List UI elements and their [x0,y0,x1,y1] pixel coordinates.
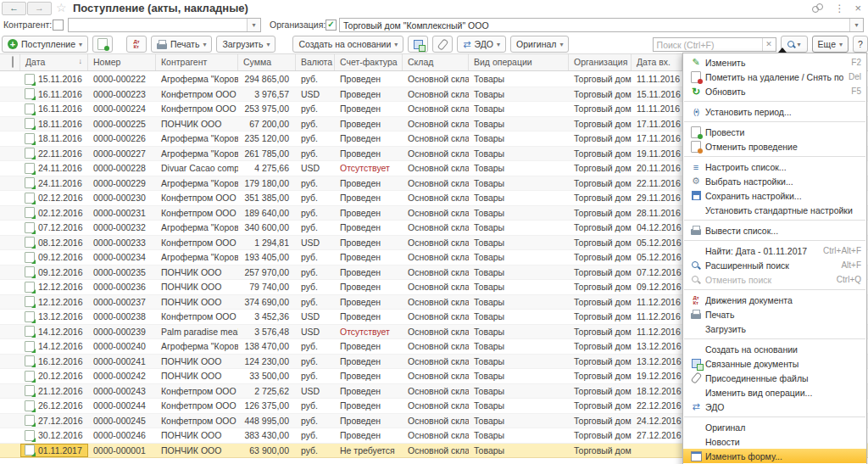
warehouse-column-header[interactable]: Склад [403,54,469,70]
menu-item-original[interactable]: Оригинал [683,420,866,434]
doc-orange-icon [691,141,701,153]
menu-item-set-period[interactable]: (•) Установить период... [683,104,866,119]
paperclip-icon [437,38,448,50]
menu-item-default-settings[interactable]: Установить стандартные настройки [683,203,866,217]
back-icon: ← [9,3,19,13]
contractor-input[interactable]: ▾ [68,18,261,32]
chevron-down-icon: ▾ [497,41,500,48]
print-button[interactable]: Печать ▾ [151,36,212,53]
document-icon [25,222,35,233]
close-icon[interactable]: × [854,2,861,14]
menu-item-cancel-search[interactable]: Отменить поиск Ctrl+Q [683,272,866,287]
document-movements-button[interactable]: Дт Кт [126,36,147,53]
contractor-column-header[interactable]: Контрагент [156,54,238,70]
menu-item-post[interactable]: Провести [683,125,866,139]
menu-separator [684,240,865,241]
create-based-on-button[interactable]: Создать на основании ▾ [292,36,403,53]
menu-item-news[interactable]: Новости [683,434,866,449]
linked-icon [692,359,701,368]
chevron-down-icon: ▾ [559,41,563,48]
link-icon[interactable] [812,3,824,14]
menu-item-linked-docs[interactable]: Связанные документы [683,356,866,371]
sort-desc-icon: ↓ [79,57,83,65]
date-in-column-header[interactable]: Дата вх. [632,54,682,70]
menu-separator [684,156,865,157]
document-icon [25,311,35,322]
menu-item-unpost[interactable]: Отменить проведение [683,139,866,154]
document-icon [25,400,35,411]
contractor-dropdown-icon[interactable]: ▾ [247,19,260,31]
menu-item-create-based-on[interactable]: Создать на основании [683,342,866,356]
menu-item-mark-delete[interactable]: Пометить на удаление / Снять пометку Del [683,70,866,84]
dtkt-icon: Дт Кт [693,295,698,305]
number-column-header[interactable]: Номер [88,54,156,70]
plus-icon: + [8,39,18,49]
invoice-column-header[interactable]: Счет-фактура [335,54,403,70]
more-button[interactable]: Еще ▾ [812,36,849,53]
menu-item-change-operation[interactable]: Изменить вид операции... [683,385,866,400]
back-button[interactable]: ← [2,2,26,15]
load-button[interactable]: Загрузить ▾ [216,36,275,53]
menu-item-choose-settings[interactable]: ⚙ Выбрать настройки... [683,174,866,188]
edo-icon: ⇄ [692,402,699,411]
create-receipt-button[interactable]: + Поступление ▾ [2,36,88,53]
menu-anchor-icon [778,48,787,53]
copy-document-button[interactable] [92,36,113,53]
contractor-checkbox[interactable] [53,20,64,31]
menu-item-refresh[interactable]: ↻ Обновить F5 [683,84,866,98]
org-input[interactable]: Торговый дом "Комплексный" ООО ▾ [339,18,864,32]
titlebar: ← → ☆ Поступление (акты, накладные) ⋮ × [0,0,868,16]
menu-item-print[interactable]: Печать [683,307,866,321]
document-icon [25,415,35,426]
help-button[interactable]: ? [853,36,868,53]
menu-item-output-list[interactable]: Вывести список... [683,223,866,238]
menu-item-doc-movements[interactable]: Дт Кт Движения документа [683,293,866,307]
context-menu: ✎ Изменить F2 Пометить на удаление / Сня… [682,53,867,464]
edo-button[interactable]: ⇄ ЭДО ▾ [457,36,506,53]
org-column-header[interactable]: Организация [569,54,632,70]
menu-item-edo[interactable]: ⇄ ЭДО [683,400,866,414]
attachment-column-header[interactable] [0,54,20,70]
list-icon: ≡ [693,162,698,172]
menu-item-find[interactable]: Найти: Дата - 01.11.2017 Ctrl+Alt+F [683,243,866,258]
document-icon [25,371,35,382]
date-column-header[interactable]: Дата↓ [20,54,88,70]
org-checkbox[interactable]: ✓ [326,20,337,31]
search-clear-icon[interactable]: ✕ [762,38,776,51]
menu-item-change-form[interactable]: Изменить форму... [683,449,866,463]
menu-separator [684,289,865,290]
menu-item-load[interactable]: Загрузить [683,321,866,336]
chevron-down-icon: ▾ [394,41,398,48]
toolbar: + Поступление ▾ Дт Кт Печать ▾ Загрузить… [0,35,868,53]
currency-column-header[interactable]: Валюта [296,54,335,70]
form-icon [691,451,702,461]
pencil-icon: ✎ [692,57,699,68]
chevron-down-icon: ▾ [266,41,270,48]
document-icon [25,88,35,99]
sum-column-header[interactable]: Сумма [238,54,296,70]
edo-icon: ⇄ [463,40,470,49]
forward-button[interactable]: → [27,2,52,15]
operation-column-header[interactable]: Вид операции [469,54,569,70]
original-button[interactable]: Оригинал ▾ [510,36,569,53]
gear-icon: ⚙ [692,176,700,187]
search-input[interactable]: Поиск (Ctrl+F) ✕ [653,37,776,52]
document-icon [25,282,35,293]
kebab-menu-icon[interactable]: ⋮ [834,3,844,14]
copy-document-icon [97,38,108,50]
menu-item-advanced-search[interactable]: Расширенный поиск Alt+F [683,258,866,272]
menu-item-attached-files[interactable]: Присоединенные файлы [683,371,866,385]
attached-files-button[interactable] [432,36,453,53]
document-icon [25,355,35,366]
org-dropdown-icon[interactable]: ▾ [849,19,863,31]
dtkt-icon: Дт Кт [133,39,139,49]
mag-gray-icon [692,276,700,284]
mag-icon [692,261,700,270]
linked-documents-button[interactable] [408,36,428,53]
menu-item-save-settings[interactable]: Сохранить настройки... [683,188,866,203]
menu-item-edit[interactable]: ✎ Изменить F2 [683,55,866,70]
menu-item-configure-list[interactable]: ≡ Настроить список... [683,159,866,174]
document-icon [25,163,35,174]
favorite-star-icon[interactable]: ☆ [56,1,67,14]
printer-icon [157,43,167,49]
